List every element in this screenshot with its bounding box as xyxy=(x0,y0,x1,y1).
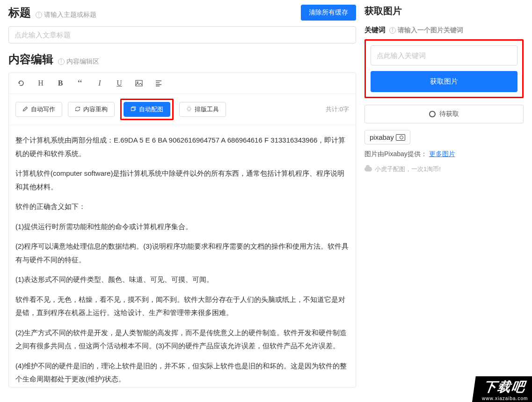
undo-icon[interactable] xyxy=(15,78,27,89)
underline-icon[interactable]: U xyxy=(114,78,125,89)
auto-image-button[interactable]: 自动配图 xyxy=(124,102,170,117)
word-count: 共计:0字 xyxy=(326,105,349,114)
restructure-button[interactable]: 内容重构 xyxy=(68,102,115,117)
paragraph: 计算机软件(computer software)是指计算机系统中除硬件以外的所有… xyxy=(15,167,349,194)
credit-line: 图片由Pixabay提供： 更多图片 xyxy=(364,150,524,158)
paragraph: 软件看不见，无色，枯燥，看不见，摸不到，闻不到。软件大部分存在于人们的头脑或纸上… xyxy=(15,293,349,320)
editor-content[interactable]: 整个计算机系统由两部分组成：E.69DA 5 E 6 BA 9062616964… xyxy=(9,125,356,387)
edit-hint: ! 内容编辑区 xyxy=(58,57,99,66)
info-icon: ! xyxy=(36,12,42,18)
fetch-status: 待获取 xyxy=(364,105,524,123)
svg-rect-2 xyxy=(131,108,135,111)
info-icon: ! xyxy=(58,58,65,65)
paragraph: (1)提供运行时所需功能和性能的命令或计算机程序集合。 xyxy=(15,220,349,234)
paragraph: (1)表达形式不同的硬件类型、颜色、味道、可见、可摸、可闻。 xyxy=(15,273,349,287)
edit-header: 内容编辑 ! 内容编辑区 xyxy=(8,52,356,67)
camera-icon xyxy=(396,134,405,141)
keyword-hint: ! 请输入一个图片关键词 xyxy=(389,26,463,35)
clear-cache-button[interactable]: 清除所有缓存 xyxy=(301,5,356,21)
svg-rect-0 xyxy=(136,80,142,86)
keyword-input[interactable] xyxy=(371,45,517,65)
format-toolbar: H B “ I U xyxy=(9,73,356,94)
align-left-icon[interactable] xyxy=(153,78,164,89)
svg-point-1 xyxy=(137,82,138,83)
image-icon[interactable] xyxy=(133,78,145,89)
more-images-link[interactable]: 更多图片 xyxy=(429,150,455,158)
paragraph: 整个计算机系统由两部分组成：E.69DA 5 E 6 BA 9062616964… xyxy=(15,134,349,160)
title-header: 标题 ! 请输入主题或标题 清除所有缓存 xyxy=(8,5,356,21)
info-icon: ! xyxy=(389,27,396,34)
paragraph: (2)程序可以满意地处理信息的数据结构。(3)说明程序功能要求和程序需要的文档的… xyxy=(15,240,349,266)
paragraph: 软件的正确含义如下： xyxy=(15,200,349,214)
quote-icon[interactable]: “ xyxy=(74,78,86,89)
italic-icon[interactable]: I xyxy=(94,78,105,89)
fetch-image-button[interactable]: 获取图片 xyxy=(371,71,517,92)
refresh-icon xyxy=(75,106,80,113)
edit-label: 内容编辑 xyxy=(8,52,53,67)
layers-icon xyxy=(131,106,136,113)
side-title: 获取图片 xyxy=(364,5,524,17)
pencil-icon xyxy=(22,106,28,113)
keyword-highlight-box: 获取图片 xyxy=(364,39,524,98)
highlight-box: 自动配图 xyxy=(120,99,174,120)
pixabay-badge: pixabay xyxy=(364,130,410,144)
layout-button[interactable]: 排版工具 xyxy=(179,102,226,117)
keyword-label-wrap: 关键词 ! 请输入一个图片关键词 xyxy=(364,26,463,35)
paragraph: (2)生产方式不同的软件是开发，是人类智能的高发挥，而不是传统意义上的硬件制造。… xyxy=(15,326,349,353)
title-hint: ! 请输入主题或标题 xyxy=(36,11,96,19)
bold-icon[interactable]: B xyxy=(55,78,66,89)
auto-write-button[interactable]: 自动写作 xyxy=(15,102,62,117)
watermark: 下载吧 www.xiazaiba.com xyxy=(472,376,532,402)
status-ring-icon xyxy=(429,111,436,117)
cloud-icon xyxy=(364,167,372,172)
paragraph: (4)维护不同的硬件是旧的，理论上软件是旧的，并不坏，但实际上软件也是旧的和坏的… xyxy=(15,359,349,386)
promo-line: 小虎子配图，一次1淘币! xyxy=(364,165,524,173)
action-toolbar: 自动写作 内容重构 自动配图 xyxy=(9,94,356,125)
wand-icon xyxy=(186,106,192,113)
heading-icon[interactable]: H xyxy=(35,78,46,89)
title-label: 标题 xyxy=(8,5,31,20)
article-title-input[interactable] xyxy=(8,26,356,43)
keyword-label: 关键词 xyxy=(364,26,386,35)
